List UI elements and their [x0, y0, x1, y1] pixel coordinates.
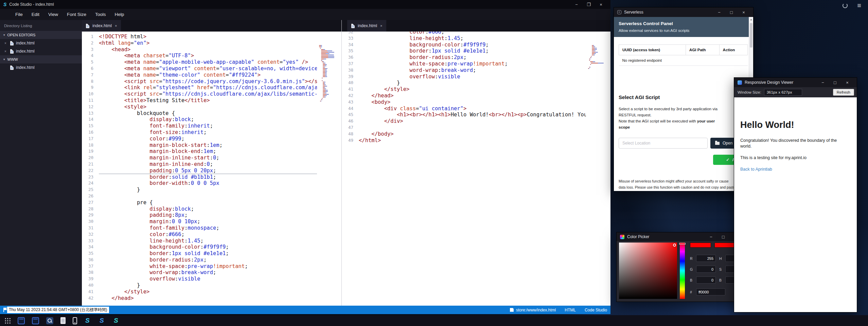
code-line-21[interactable]: 21 margin-inline-end:0; [82, 161, 341, 168]
code-line-13[interactable]: 13 blockquote { [82, 110, 341, 117]
agi-script-input[interactable] [619, 138, 708, 149]
code-line-31[interactable]: 31 font-family:monospace; [82, 225, 341, 231]
sidebar-section-www[interactable]: ▾WWW [0, 55, 82, 63]
sidebar-item-index.html[interactable]: ×index.html [0, 47, 82, 55]
close-button[interactable]: × [841, 80, 853, 85]
code-line-7[interactable]: 7 <meta name="theme-color" content="#ff9… [82, 72, 341, 78]
code-line-39[interactable]: 39 overflow:visible [82, 276, 341, 282]
minimap-2[interactable] [588, 45, 608, 70]
back-link[interactable]: Back to Aprintlab [740, 167, 851, 172]
red-input[interactable] [696, 255, 716, 262]
taskbar-icon-code-studio-1[interactable] [84, 317, 91, 324]
code-line-11[interactable]: 11 <title>Testing Site</title> [82, 97, 341, 104]
code-line-41[interactable]: 41 </style> [82, 289, 341, 295]
refresh-button[interactable]: Refresh [833, 89, 854, 96]
sidebar-item-index.html[interactable]: ×index.html [0, 39, 82, 47]
tab-indexhtml-1[interactable]: index.html × [82, 20, 121, 32]
code-line-22[interactable]: 22 padding:0 5px 0 20px; [82, 168, 341, 174]
taskbar-icon-app-launcher[interactable] [4, 318, 11, 324]
code-line-29[interactable]: 29 padding:8px; [82, 212, 341, 218]
maximize-button[interactable]: □ [725, 10, 738, 15]
code-line-19[interactable]: 19 margin-block-end:1em; [82, 148, 341, 155]
taskbar-icon-terminal-window-2[interactable] [32, 317, 39, 324]
scroll-up-icon[interactable]: ▲ [749, 17, 753, 21]
maximize-button[interactable]: □ [717, 234, 729, 239]
status-datetime[interactable]: Thu May 11 2023 21:54:48 GMT+0800 (台北標準時… [7, 307, 109, 313]
window-size-input[interactable] [764, 89, 802, 96]
code-line-9[interactable]: 9 <link rel="stylesheet" href="https://c… [82, 84, 341, 91]
close-button[interactable]: × [738, 10, 750, 15]
code-line-6[interactable]: 6 <meta name="viewport" content="user-sc… [82, 65, 341, 72]
code-editor-1[interactable]: 1<!DOCTYPE html>2<html lang="en">3 <head… [82, 32, 341, 306]
code-line-49[interactable]: 49</html> [342, 137, 610, 144]
code-line-30[interactable]: 30 margin:0 0 10px; [82, 218, 341, 225]
hue-handle[interactable] [679, 243, 686, 245]
code-line-32[interactable]: 32 color:#666; [342, 32, 610, 35]
code-line-3[interactable]: 3 <head> [82, 46, 341, 53]
code-line-47[interactable]: 47 [342, 124, 610, 131]
blue-input[interactable] [696, 276, 716, 284]
code-line-23[interactable]: 23 border:solid #b1b1b1; [82, 174, 341, 180]
menu-item-view[interactable]: View [44, 10, 63, 19]
menu-item-font-size[interactable]: Font Size [63, 10, 91, 19]
code-line-32[interactable]: 32 color:#666; [82, 231, 341, 238]
code-line-45[interactable]: 45 <h1><br></h1><h1>Hello World!<br></h1… [342, 112, 610, 118]
code-line-24[interactable]: 24 border-width:0 0 0 5px [82, 180, 341, 187]
code-line-41[interactable]: 41 </style> [342, 86, 610, 93]
code-line-8[interactable]: 8 <script src="https://code.jquery.com/j… [82, 78, 341, 85]
code-line-18[interactable]: 18 margin-block-start:1em; [82, 142, 341, 149]
code-line-36[interactable]: 36 border-radius:2px; [342, 54, 610, 61]
scrollbar-thumb[interactable] [750, 23, 752, 47]
code-line-34[interactable]: 34 background-color:#f9f9f9; [82, 244, 341, 250]
code-line-36[interactable]: 36 border-radius:2px; [82, 257, 341, 263]
hue-slider[interactable] [680, 243, 685, 299]
menu-item-tools[interactable]: Tools [91, 10, 110, 19]
code-line-10[interactable]: 10 <script src="https://cdnjs.cloudflare… [82, 91, 341, 97]
code-line-42[interactable]: 42 </head> [342, 93, 610, 99]
code-line-35[interactable]: 35 border:1px solid #e1e1e1; [82, 250, 341, 257]
code-line-20[interactable]: 20 margin-inline-start:0; [82, 155, 341, 161]
code-line-40[interactable]: 40 } [82, 282, 341, 289]
sidebar-item-index.html[interactable]: ×index.html [0, 63, 82, 72]
code-line-48[interactable]: 48 </body> [342, 131, 610, 137]
close-button[interactable]: × [595, 2, 607, 7]
minimize-button[interactable]: − [817, 80, 829, 85]
code-line-38[interactable]: 38 word-wrap:break-word; [342, 67, 610, 74]
taskbar-icon-code-studio-2[interactable] [99, 317, 106, 324]
hex-input[interactable] [696, 288, 725, 295]
code-line-28[interactable]: 28 display:block; [82, 206, 341, 212]
taskbar-icon-mobile-device[interactable] [73, 317, 77, 324]
code-line-33[interactable]: 33 line-height:1.45; [342, 35, 610, 42]
taskbar-icon-text-document[interactable] [60, 317, 66, 324]
code-line-15[interactable]: 15 font-family:inherit; [82, 123, 341, 129]
minimize-button[interactable]: − [713, 10, 725, 15]
maximize-button[interactable]: □ [829, 80, 841, 85]
code-line-33[interactable]: 33 line-height:1.45; [82, 238, 341, 244]
code-line-42[interactable]: 42 </head> [82, 295, 341, 302]
code-line-27[interactable]: 27 pre { [82, 199, 341, 206]
code-line-17[interactable]: 17 color:#999; [82, 136, 341, 142]
code-line-34[interactable]: 34 background-color:#f9f9f9; [342, 42, 610, 48]
code-line-37[interactable]: 37 white-space:pre-wrap!important; [82, 263, 341, 270]
close-tab-icon[interactable]: × [380, 24, 382, 28]
minimize-button[interactable]: − [705, 234, 717, 239]
code-line-5[interactable]: 5 <meta name="apple-mobile-web-app-capab… [82, 59, 341, 65]
tab-indexhtml-2[interactable]: index.html × [347, 20, 386, 32]
code-line-37[interactable]: 37 white-space:pre-wrap!important; [342, 61, 610, 67]
code-editor-2[interactable]: 32 color:#666;33 line-height:1.45;34 bac… [342, 32, 610, 306]
code-line-43[interactable]: 43 <body> [342, 99, 610, 106]
green-input[interactable] [696, 266, 716, 273]
code-line-26[interactable]: 26 [82, 193, 341, 199]
code-line-35[interactable]: 35 border:1px solid #e1e1e1; [342, 48, 610, 54]
minimap-1[interactable] [319, 45, 339, 102]
code-line-40[interactable]: 40 } [342, 80, 610, 86]
menu-item-edit[interactable]: Edit [27, 10, 44, 19]
code-line-25[interactable]: 25 } [82, 187, 341, 193]
language-mode[interactable]: HTML [565, 308, 576, 312]
code-line-14[interactable]: 14 display:block; [82, 116, 341, 123]
code-line-4[interactable]: 4 <meta charset="UTF-8"> [82, 53, 341, 59]
taskbar-icon-code-studio-3[interactable] [113, 317, 120, 324]
code-line-16[interactable]: 16 font-size:inherit; [82, 129, 341, 136]
code-line-44[interactable]: 44 <div class="ui container"> [342, 106, 610, 112]
minimize-button[interactable]: − [570, 2, 583, 7]
